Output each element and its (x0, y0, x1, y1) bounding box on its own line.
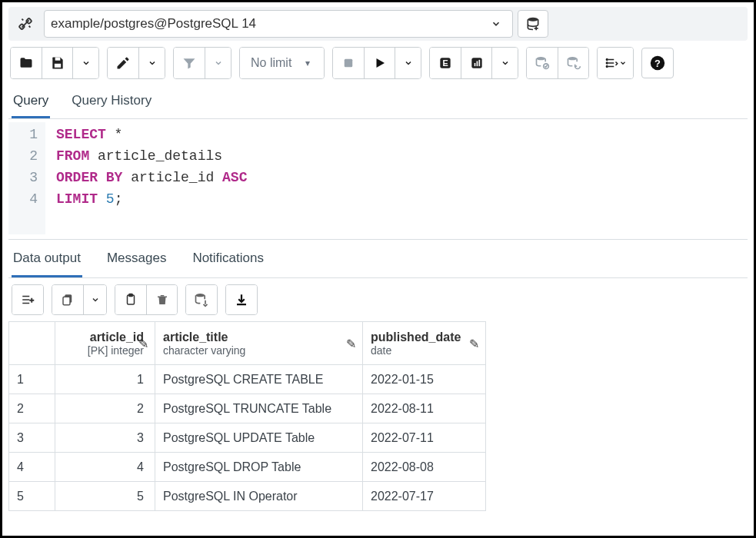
sql-keyword: FROM (56, 148, 89, 164)
tab-query-history[interactable]: Query History (70, 88, 153, 118)
column-type: [PK] integer (63, 344, 144, 357)
tab-messages[interactable]: Messages (105, 246, 168, 277)
filter-button[interactable] (174, 48, 205, 78)
sql-text: article_id (122, 170, 222, 185)
tab-query[interactable]: Query (12, 88, 50, 118)
connection-bar: example/postgres@PostgreSQL 14 (8, 7, 748, 41)
edit-button[interactable] (108, 48, 138, 78)
cell-article-title[interactable]: PostgreSQL TRUNCATE Table (155, 394, 363, 423)
line-gutter: 1 2 3 4 (8, 122, 45, 234)
cell-article-title[interactable]: PostgreSQL DROP Table (155, 453, 363, 482)
table-row[interactable]: 1 1 PostgreSQL CREATE TABLE 2022-01-15 (9, 365, 486, 394)
column-type: character varying (163, 344, 355, 357)
svg-rect-5 (345, 59, 353, 68)
copy-dropdown[interactable] (83, 285, 106, 314)
svg-rect-23 (129, 294, 133, 297)
paste-button[interactable] (115, 285, 146, 314)
sql-text: article_details (89, 148, 222, 164)
cell-article-title[interactable]: PostgreSQL CREATE TABLE (155, 365, 363, 394)
svg-rect-9 (475, 63, 476, 66)
table-row[interactable]: 4 4 PostgreSQL DROP Table 2022-08-08 (9, 453, 486, 482)
svg-rect-11 (478, 60, 480, 66)
explain-button[interactable]: E (430, 48, 461, 78)
delete-button[interactable] (146, 285, 177, 314)
sql-editor[interactable]: 1 2 3 4 SELECT * FROM article_details OR… (8, 119, 748, 234)
svg-rect-10 (476, 61, 478, 67)
code-area[interactable]: SELECT * FROM article_details ORDER BY a… (45, 122, 247, 234)
sql-keyword: ORDER BY (56, 170, 122, 185)
cell-article-title[interactable]: PostgreSQL IN Operator (155, 482, 363, 511)
column-type: date (371, 344, 478, 357)
column-header-published-date[interactable]: published_date date ✎ (363, 322, 486, 365)
tab-notifications[interactable]: Notifications (191, 246, 265, 277)
svg-text:E: E (443, 58, 448, 68)
cell-published-date[interactable]: 2022-01-15 (363, 365, 486, 394)
query-tabs: Query Query History (8, 84, 748, 119)
cell-article-id[interactable]: 2 (55, 394, 155, 423)
save-dropdown[interactable] (72, 48, 98, 78)
cell-published-date[interactable]: 2022-08-08 (363, 453, 486, 482)
sql-keyword: LIMIT (56, 191, 98, 207)
execute-button[interactable] (364, 48, 395, 78)
cell-article-id[interactable]: 4 (55, 453, 155, 482)
sql-text: ; (115, 191, 123, 207)
cell-article-id[interactable]: 3 (55, 423, 155, 453)
edit-dropdown[interactable] (138, 48, 165, 78)
macros-button[interactable] (598, 48, 633, 78)
rollback-button[interactable] (558, 48, 588, 78)
column-name: article_id (90, 330, 144, 344)
filter-dropdown[interactable] (205, 48, 231, 78)
open-file-button[interactable] (11, 48, 42, 78)
execute-dropdown[interactable] (395, 48, 421, 78)
row-limit-label: No limit (251, 56, 291, 70)
cell-article-id[interactable]: 5 (55, 482, 155, 511)
tab-data-output[interactable]: Data output (12, 246, 82, 277)
disconnect-icon[interactable] (12, 10, 39, 38)
table-row[interactable]: 3 3 PostgreSQL UPDATE Table 2022-07-11 (9, 423, 486, 453)
row-limit-select[interactable]: No limit ▾ (240, 48, 324, 78)
svg-point-24 (196, 294, 205, 297)
explain-analyze-button[interactable] (461, 48, 491, 78)
svg-point-12 (537, 57, 546, 60)
copy-button[interactable] (52, 285, 83, 314)
save-data-button[interactable] (186, 285, 217, 314)
svg-point-2 (528, 18, 538, 22)
column-header-article-id[interactable]: article_id [PK] integer ✎ (55, 322, 155, 365)
explain-dropdown[interactable] (491, 48, 518, 78)
sql-keyword: ASC (222, 170, 247, 185)
svg-rect-21 (63, 297, 70, 305)
connection-select[interactable]: example/postgres@PostgreSQL 14 (44, 10, 513, 38)
column-header-article-title[interactable]: article_title character varying ✎ (155, 322, 363, 365)
edit-icon[interactable]: ✎ (469, 336, 479, 350)
commit-button[interactable] (527, 48, 558, 78)
table-row[interactable]: 5 5 PostgreSQL IN Operator 2022-07-17 (9, 482, 486, 511)
cell-published-date[interactable]: 2022-07-17 (363, 482, 486, 511)
edit-icon[interactable]: ✎ (346, 336, 356, 350)
cell-published-date[interactable]: 2022-08-11 (363, 394, 486, 423)
table-row[interactable]: 2 2 PostgreSQL TRUNCATE Table 2022-08-11 (9, 394, 486, 423)
triangle-down-icon: ▾ (305, 58, 310, 68)
svg-text:?: ? (654, 58, 661, 69)
edit-icon[interactable]: ✎ (138, 336, 148, 350)
row-index: 1 (9, 365, 55, 394)
svg-point-14 (568, 57, 577, 60)
new-connection-button[interactable] (518, 10, 548, 38)
row-index-header[interactable] (9, 322, 55, 365)
cell-published-date[interactable]: 2022-07-11 (363, 423, 486, 453)
download-button[interactable] (226, 285, 257, 314)
line-number: 1 (8, 124, 38, 145)
save-button[interactable] (42, 48, 72, 78)
line-number: 4 (8, 188, 38, 210)
help-button[interactable]: ? (641, 48, 674, 78)
cell-article-title[interactable]: PostgreSQL UPDATE Table (155, 423, 363, 453)
svg-rect-4 (54, 64, 60, 68)
add-row-button[interactable] (12, 285, 43, 314)
cell-article-id[interactable]: 1 (55, 365, 155, 394)
line-number: 3 (8, 167, 38, 188)
stop-button[interactable] (333, 48, 364, 78)
connection-label: example/postgres@PostgreSQL 14 (51, 16, 491, 32)
svg-point-17 (607, 66, 608, 68)
column-name: published_date (371, 330, 461, 344)
output-toolbar (8, 278, 748, 321)
column-name: article_title (163, 330, 228, 344)
